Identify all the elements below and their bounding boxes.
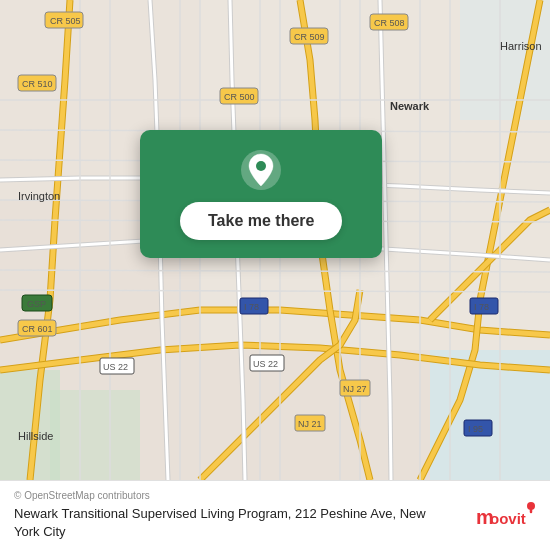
svg-text:oovit: oovit [490, 510, 526, 527]
location-pin-icon [239, 148, 283, 192]
location-title: Newark Transitional Supervised Living Pr… [14, 505, 434, 541]
svg-text:NJ 21: NJ 21 [298, 419, 322, 429]
svg-text:CR 601: CR 601 [22, 324, 53, 334]
svg-text:CR 510: CR 510 [22, 79, 53, 89]
svg-text:CR 509: CR 509 [294, 32, 325, 42]
footer-left: © OpenStreetMap contributors Newark Tran… [14, 490, 434, 541]
svg-text:I 95: I 95 [468, 424, 483, 434]
svg-text:US 22: US 22 [103, 362, 128, 372]
svg-text:GSP: GSP [27, 299, 46, 309]
footer: © OpenStreetMap contributors Newark Tran… [0, 480, 550, 550]
svg-text:Hillside: Hillside [18, 430, 53, 442]
svg-text:Irvington: Irvington [18, 190, 60, 202]
map-container: Irvington Hillside Newark Harrison CR 50… [0, 0, 550, 480]
osm-attribution: © OpenStreetMap contributors [14, 490, 434, 501]
svg-rect-2 [50, 390, 140, 480]
button-overlay: Take me there [140, 130, 382, 258]
svg-text:CR 505: CR 505 [50, 16, 81, 26]
svg-text:CR 508: CR 508 [374, 18, 405, 28]
take-me-there-card: Take me there [140, 130, 382, 258]
svg-text:CR 500: CR 500 [224, 92, 255, 102]
svg-text:US 22: US 22 [253, 359, 278, 369]
svg-point-60 [256, 161, 266, 171]
moovit-logo: m oovit [476, 498, 536, 534]
svg-text:NJ 27: NJ 27 [343, 384, 367, 394]
svg-text:Newark: Newark [390, 100, 430, 112]
svg-text:I 78: I 78 [474, 302, 489, 312]
svg-text:Harrison: Harrison [500, 40, 542, 52]
svg-text:I 78: I 78 [244, 302, 259, 312]
take-me-there-button[interactable]: Take me there [180, 202, 342, 240]
